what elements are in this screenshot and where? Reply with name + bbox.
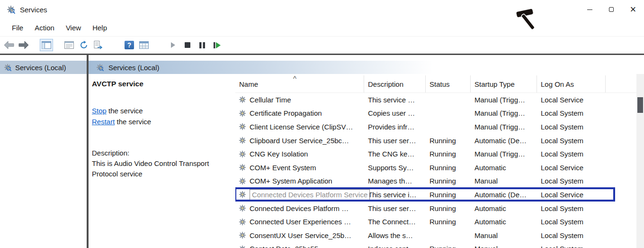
service-description: This user ser… [364, 204, 426, 212]
stop-service-link[interactable]: Stop [92, 107, 107, 115]
service-name[interactable]: CNG Key Isolation [250, 150, 308, 158]
restart-service-link[interactable]: Restart [92, 118, 115, 126]
service-startup-type: Automatic [471, 204, 537, 212]
sidebar-item-label: Services (Local) [15, 64, 66, 72]
table-row[interactable]: Connected User Experiences …The Connect…… [235, 215, 636, 229]
window-controls: × [579, 0, 644, 19]
sidebar-item-services-local[interactable]: Services (Local) [0, 61, 87, 74]
service-startup-type: Manual (Trigg… [471, 123, 537, 131]
table-row[interactable]: Cellular TimeThis service …Manual (Trigg… [235, 93, 636, 107]
titlebar: Services × [0, 0, 644, 19]
service-gear-icon [239, 245, 247, 248]
menu-action[interactable]: Action [29, 22, 60, 34]
table-row[interactable]: Connected Devices Platform …This user se… [235, 202, 636, 215]
service-name[interactable]: COM+ System Application [250, 177, 332, 185]
service-logon-as: Local System [537, 137, 606, 145]
sort-ascending-icon: ^ [293, 74, 296, 83]
column-header-description[interactable]: Description [364, 75, 426, 92]
service-gear-icon [239, 123, 247, 130]
service-name-edit-input[interactable]: Connected Devices Platform Service [250, 189, 370, 200]
panel-header: Services (Local) [89, 61, 644, 74]
service-gear-icon [239, 137, 247, 144]
service-name[interactable]: COM+ Event System [250, 164, 316, 172]
service-name-cell: ConsentUX User Service_25b… [235, 231, 364, 239]
forward-button[interactable] [18, 39, 30, 51]
service-gear-icon [239, 204, 247, 212]
stop-service-button[interactable] [181, 39, 194, 51]
service-name-cell: Clipboard User Service_25bc… [235, 137, 364, 145]
service-name[interactable]: Certificate Propagation [250, 109, 322, 117]
vertical-scrollbar[interactable] [636, 74, 644, 248]
service-name-cell: Connected User Experiences … [235, 218, 364, 226]
scrollbar-thumb[interactable] [637, 97, 643, 113]
table-row[interactable]: ConsentUX User Service_25b…Allows the s…… [235, 229, 636, 242]
service-name[interactable]: ConsentUX User Service_25b… [250, 231, 351, 239]
menu-help[interactable]: Help [87, 22, 113, 34]
service-name[interactable]: Contact Data_25bc55 [250, 245, 318, 248]
description-text: This is Audio Video Control Transport Pr… [92, 158, 234, 179]
selected-service-name: AVCTP service [92, 80, 231, 88]
pause-service-icon [199, 42, 205, 48]
service-description: This service … [364, 96, 426, 104]
column-header-startup-type[interactable]: Startup Type [471, 75, 537, 92]
table-row[interactable]: COM+ System ApplicationManages th…Runnin… [235, 175, 636, 188]
service-startup-type: Automatic [471, 164, 537, 172]
column-header-status[interactable]: Status [426, 75, 471, 92]
table-header: ^ Name Description Status Startup Type L… [235, 74, 636, 93]
pause-service-button[interactable] [196, 39, 208, 51]
service-name[interactable]: Cellular Time [250, 96, 291, 104]
description-label: Description: [92, 148, 234, 158]
service-logon-as: Local System [537, 218, 606, 226]
table-row[interactable]: COM+ Event SystemSupports Sy…RunningAuto… [235, 161, 636, 175]
table-row[interactable]: Client License Service (ClipSV…Provides … [235, 120, 636, 134]
service-name-cell: Cellular Time [235, 96, 364, 104]
help-icon: ? [125, 41, 134, 49]
toolbar: ? [0, 37, 644, 54]
service-description: The Connect… [364, 218, 426, 226]
service-name[interactable]: Client License Service (ClipSV… [250, 123, 353, 131]
help-button[interactable]: ? [123, 39, 135, 51]
show-console-tree-button[interactable] [40, 39, 53, 51]
table-row[interactable]: Connected Devices Platform ServiceThis s… [235, 188, 636, 202]
service-name-cell: CNG Key Isolation [235, 150, 364, 158]
properties-button[interactable] [63, 39, 75, 51]
column-header-log-on-as[interactable]: Log On As [537, 75, 606, 92]
close-button[interactable]: × [622, 0, 644, 19]
menu-view[interactable]: View [60, 22, 87, 34]
panel-header-label: Services (Local) [108, 64, 160, 72]
service-description: Copies user … [364, 109, 426, 117]
maximize-button[interactable] [600, 0, 622, 19]
forward-icon [18, 41, 29, 49]
minimize-button[interactable] [579, 0, 600, 19]
extended-view-button[interactable] [138, 39, 150, 51]
service-startup-type: Manual [471, 245, 537, 248]
extended-view-icon [139, 41, 149, 49]
service-gear-icon [239, 177, 247, 185]
service-status: Running [426, 218, 471, 226]
service-name[interactable]: Clipboard User Service_25bc… [250, 137, 349, 145]
table-row[interactable]: Contact Data_25bc55Indexes cont…RunningM… [235, 242, 636, 248]
refresh-icon [80, 41, 88, 49]
stop-line-rest: the service [107, 107, 143, 115]
service-status: Running [426, 204, 471, 212]
column-header-name[interactable]: Name [235, 75, 364, 92]
table-row[interactable]: Certificate PropagationCopies user …Manu… [235, 107, 636, 120]
service-description: The CNG ke… [364, 150, 426, 158]
start-service-button[interactable] [167, 39, 179, 51]
refresh-button[interactable] [78, 39, 90, 51]
export-list-button[interactable] [92, 39, 105, 51]
table-row[interactable]: CNG Key IsolationThe CNG ke…RunningManua… [235, 147, 636, 161]
service-description: This user ser… [364, 137, 426, 145]
service-name[interactable]: Connected User Experiences … [250, 218, 351, 226]
service-status: Running [426, 245, 471, 248]
restart-service-button[interactable] [211, 39, 223, 51]
menubar: File Action View Help [0, 19, 644, 37]
service-name[interactable]: Connected Devices Platform … [250, 204, 349, 212]
service-startup-type: Automatic (De… [471, 137, 537, 145]
menu-file[interactable]: File [6, 22, 29, 34]
minimize-icon [587, 9, 592, 10]
service-status: Running [426, 150, 471, 158]
service-startup-type: Manual [471, 177, 537, 185]
table-row[interactable]: Clipboard User Service_25bc…This user se… [235, 134, 636, 147]
back-button[interactable] [3, 39, 15, 51]
